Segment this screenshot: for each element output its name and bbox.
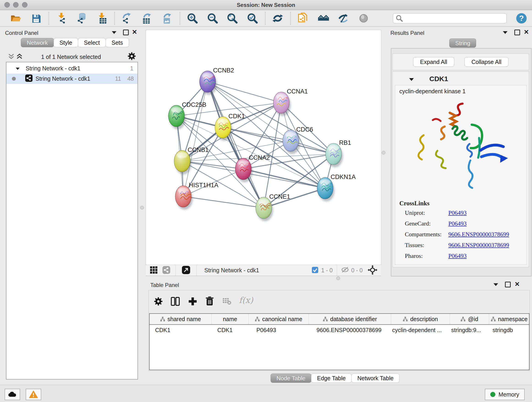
collapse-panel-icon[interactable] — [112, 31, 116, 34]
hide-glass-icon[interactable] — [337, 13, 350, 24]
network-status-dot — [12, 77, 16, 81]
export-table-icon[interactable] — [140, 13, 153, 24]
collapse-panel-icon[interactable] — [503, 31, 507, 34]
crosshair-icon[interactable] — [368, 265, 377, 276]
tab-edge-table[interactable]: Edge Table — [311, 374, 352, 383]
node-label-CCNB2: CCNB2 — [213, 67, 234, 74]
export-image-icon[interactable] — [160, 13, 173, 24]
close-panel-icon[interactable]: ✕ — [524, 30, 529, 34]
network-collection-row[interactable]: String Network - cdk1 1 — [6, 63, 138, 74]
collapse-all-button[interactable]: Collapse All — [464, 57, 509, 67]
expand-all-button[interactable]: Expand All — [413, 57, 454, 67]
network-options-gear-icon[interactable] — [128, 52, 136, 61]
results-panel: Results Panel ✕ String Expand All Collap… — [385, 28, 532, 277]
tab-style[interactable]: Style — [54, 38, 78, 47]
open-session-icon[interactable] — [9, 13, 22, 24]
crosslink-pharos[interactable]: P06493 — [448, 253, 467, 259]
selected-checkbox-icon[interactable] — [312, 267, 318, 274]
show-glass-icon[interactable] — [357, 13, 370, 24]
zoom-in-icon[interactable] — [186, 13, 199, 24]
column-header-canonical-name[interactable]: canonical name — [249, 314, 309, 324]
tab-string[interactable]: String — [449, 38, 476, 48]
protein-name: CDK1 — [429, 75, 448, 83]
network-row-selected[interactable]: String Network - cdk1 11 48 — [6, 74, 138, 84]
cell-database-identifier: 9606.ENSP00000378699 — [311, 325, 386, 335]
crosslink-label: Pharos: — [405, 253, 423, 259]
crosslink-compartments[interactable]: 9606.ENSP00000378699 — [448, 231, 509, 238]
zoom-out-icon[interactable] — [206, 13, 219, 24]
column-header-description[interactable]: description — [391, 314, 450, 324]
delete-column-icon[interactable] — [205, 296, 214, 307]
results-buttons-bar: Expand All Collapse All — [393, 54, 529, 70]
column-header-namespace[interactable]: namespace — [489, 314, 529, 324]
grid-view-icon[interactable] — [150, 266, 158, 275]
right-splitter-handle[interactable] — [382, 151, 385, 154]
search-icon — [396, 15, 403, 22]
hidden-eye-icon[interactable] — [341, 267, 349, 274]
footer-separator — [176, 265, 176, 276]
crosslink-genecard[interactable]: P06493 — [448, 220, 467, 227]
memory-button[interactable]: Memory — [485, 389, 525, 400]
zoom-fit-icon[interactable] — [226, 13, 239, 24]
warning-button[interactable] — [26, 389, 41, 400]
title-bar: Session: New Session — [0, 0, 532, 10]
node-CCNB2[interactable] — [200, 71, 217, 95]
close-panel-icon[interactable]: ✕ — [132, 30, 137, 34]
node-HIST1H1A[interactable] — [175, 186, 193, 210]
save-session-icon[interactable] — [30, 13, 43, 24]
import-network-file-icon[interactable] — [56, 13, 68, 24]
crosslink-label: Tissues: — [405, 242, 424, 249]
close-panel-icon[interactable]: ✕ — [515, 282, 520, 287]
search-field[interactable] — [393, 13, 507, 23]
table-row[interactable]: CDK1 CDK1 P06493 9606.ENSP00000378699 cy… — [150, 325, 529, 335]
gear-icon[interactable] — [154, 297, 162, 306]
left-splitter-handle[interactable] — [140, 206, 144, 210]
column-header-shared-name[interactable]: shared name — [150, 314, 212, 324]
expand-all-networks-icon[interactable] — [17, 53, 22, 60]
birdseye-view-icon[interactable] — [182, 266, 190, 275]
import-table-file-icon[interactable] — [96, 13, 109, 24]
toolbar-separator — [114, 12, 115, 25]
cloud-button[interactable] — [5, 389, 20, 400]
tab-select[interactable]: Select — [78, 38, 106, 47]
zoom-selected-icon[interactable] — [246, 13, 259, 24]
import-network-database-icon[interactable] — [76, 13, 89, 24]
network-canvas[interactable]: CCNB2CCNA1CDC25BCDK1CDC6RB1CCNB1CCNA2CDK… — [146, 30, 381, 265]
column-header-at-id[interactable]: @id — [450, 314, 489, 324]
node-CCNB1[interactable] — [174, 150, 191, 174]
tab-network[interactable]: Network — [21, 38, 54, 47]
node-CDKN1A[interactable] — [317, 177, 335, 201]
help-icon[interactable]: ? — [515, 13, 528, 24]
collapse-panel-icon[interactable] — [494, 283, 498, 286]
crosslink-tissues[interactable]: 9606.ENSP00000378699 — [448, 242, 509, 249]
tab-node-table[interactable]: Node Table — [271, 374, 311, 383]
add-column-icon[interactable] — [188, 297, 197, 307]
cell-namespace: stringdb — [487, 325, 529, 335]
node-CCNE1[interactable] — [256, 197, 273, 221]
toolbar-separator — [290, 12, 291, 25]
collapse-all-networks-icon[interactable] — [8, 53, 14, 60]
node-label-RB1: RB1 — [339, 139, 351, 146]
horizontal-splitter-handle[interactable] — [336, 276, 340, 280]
node-CCNA2[interactable] — [235, 158, 253, 182]
toolbar-separator — [265, 12, 266, 25]
tab-sets[interactable]: Sets — [106, 38, 129, 47]
network-share-icon[interactable] — [162, 266, 171, 275]
float-panel-icon[interactable] — [123, 30, 129, 35]
column-header-name[interactable]: name — [212, 314, 249, 324]
search-input[interactable] — [405, 15, 506, 22]
tab-network-table[interactable]: Network Table — [351, 374, 399, 383]
node-RB1[interactable] — [326, 143, 343, 167]
float-panel-icon[interactable] — [514, 30, 520, 35]
split-columns-icon[interactable] — [171, 297, 180, 307]
protein-collapse-icon[interactable] — [409, 78, 414, 81]
column-header-database-identifier[interactable]: database identifier — [309, 314, 391, 324]
crosslink-uniprot[interactable]: P06493 — [448, 210, 467, 216]
string-import-icon[interactable] — [297, 13, 309, 24]
apply-layout-icon[interactable] — [271, 13, 284, 24]
collection-expand-icon[interactable] — [16, 65, 20, 72]
float-panel-icon[interactable] — [505, 282, 511, 287]
cloud-icon — [8, 391, 17, 398]
export-network-icon[interactable] — [120, 13, 133, 24]
home-icon[interactable] — [317, 13, 330, 24]
